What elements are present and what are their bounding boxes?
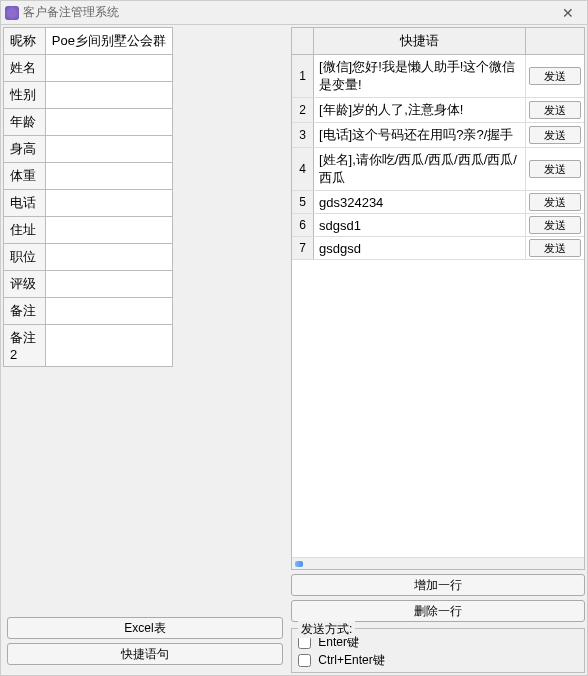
quick-row: 6sdgsd1发送	[292, 214, 584, 237]
form-row: 身高	[4, 136, 173, 163]
right-panel: 快捷语 1[微信]您好!我是懒人助手!这个微信是变量!发送2[年龄]岁的人了,注…	[289, 25, 587, 675]
titlebar: 客户备注管理系统 ✕	[1, 1, 587, 25]
window-title: 客户备注管理系统	[23, 4, 553, 21]
quick-row-text[interactable]: [年龄]岁的人了,注意身体!	[314, 98, 526, 122]
form-label: 性别	[4, 82, 46, 109]
quick-table-body: 1[微信]您好!我是懒人助手!这个微信是变量!发送2[年龄]岁的人了,注意身体!…	[292, 55, 584, 557]
ctrl-enter-checkbox[interactable]	[298, 654, 311, 667]
form-value[interactable]	[45, 325, 172, 367]
form-label: 评级	[4, 271, 46, 298]
quick-row: 1[微信]您好!我是懒人助手!这个微信是变量!发送	[292, 55, 584, 98]
send-button[interactable]: 发送	[529, 193, 581, 211]
customer-form-table: 昵称Poe乡间别墅公会群姓名性别年龄身高体重电话住址职位评级备注备注2	[3, 27, 173, 367]
form-value[interactable]	[45, 190, 172, 217]
quick-row-button-cell: 发送	[526, 237, 584, 259]
quick-row-text[interactable]: [姓名],请你吃/西瓜/西瓜/西瓜/西瓜/西瓜	[314, 148, 526, 190]
delete-row-button[interactable]: 删除一行	[291, 600, 585, 622]
quick-phrase-button[interactable]: 快捷语句	[7, 643, 283, 665]
quick-row-button-cell: 发送	[526, 191, 584, 213]
excel-button[interactable]: Excel表	[7, 617, 283, 639]
form-label: 备注2	[4, 325, 46, 367]
quick-row: 3[电话]这个号码还在用吗?亲?/握手发送	[292, 123, 584, 148]
quick-row: 2[年龄]岁的人了,注意身体!发送	[292, 98, 584, 123]
quick-phrase-table: 快捷语 1[微信]您好!我是懒人助手!这个微信是变量!发送2[年龄]岁的人了,注…	[291, 27, 585, 570]
send-button[interactable]: 发送	[529, 101, 581, 119]
left-panel: 昵称Poe乡间别墅公会群姓名性别年龄身高体重电话住址职位评级备注备注2 Exce…	[1, 25, 289, 675]
send-button[interactable]: 发送	[529, 239, 581, 257]
app-icon	[5, 6, 19, 20]
form-value[interactable]	[45, 298, 172, 325]
ctrl-enter-key-option[interactable]: Ctrl+Enter键	[298, 652, 578, 669]
quick-header-label: 快捷语	[314, 28, 526, 54]
add-row-button[interactable]: 增加一行	[291, 574, 585, 596]
left-bottom-buttons: Excel表 快捷语句	[3, 613, 287, 673]
form-label: 昵称	[4, 28, 46, 55]
form-label: 身高	[4, 136, 46, 163]
form-row: 住址	[4, 217, 173, 244]
quick-row-number: 7	[292, 237, 314, 259]
form-label: 住址	[4, 217, 46, 244]
close-icon[interactable]: ✕	[553, 5, 583, 21]
quick-row: 4[姓名],请你吃/西瓜/西瓜/西瓜/西瓜/西瓜发送	[292, 148, 584, 191]
form-label: 电话	[4, 190, 46, 217]
form-value[interactable]	[45, 163, 172, 190]
quick-row-button-cell: 发送	[526, 214, 584, 236]
form-value[interactable]	[45, 217, 172, 244]
form-label: 年龄	[4, 109, 46, 136]
quick-row-text[interactable]: sdgsd1	[314, 214, 526, 236]
quick-row-button-cell: 发送	[526, 148, 584, 190]
quick-row-text[interactable]: gds324234	[314, 191, 526, 213]
form-label: 姓名	[4, 55, 46, 82]
form-value[interactable]	[45, 136, 172, 163]
form-row: 电话	[4, 190, 173, 217]
quick-row-number: 1	[292, 55, 314, 97]
send-button[interactable]: 发送	[529, 126, 581, 144]
quick-row-number: 2	[292, 98, 314, 122]
form-value[interactable]	[45, 109, 172, 136]
content: 昵称Poe乡间别墅公会群姓名性别年龄身高体重电话住址职位评级备注备注2 Exce…	[1, 25, 587, 675]
send-button[interactable]: 发送	[529, 160, 581, 178]
form-row: 姓名	[4, 55, 173, 82]
form-row: 体重	[4, 163, 173, 190]
enter-checkbox[interactable]	[298, 636, 311, 649]
quick-row: 7gsdgsd发送	[292, 237, 584, 260]
form-row: 备注2	[4, 325, 173, 367]
form-row: 备注	[4, 298, 173, 325]
form-value[interactable]: Poe乡间别墅公会群	[45, 28, 172, 55]
quick-row-text[interactable]: [微信]您好!我是懒人助手!这个微信是变量!	[314, 55, 526, 97]
form-value[interactable]	[45, 55, 172, 82]
form-row: 评级	[4, 271, 173, 298]
quick-row-number: 3	[292, 123, 314, 147]
quick-table-header: 快捷语	[292, 28, 584, 55]
form-row: 性别	[4, 82, 173, 109]
form-row: 昵称Poe乡间别墅公会群	[4, 28, 173, 55]
form-label: 备注	[4, 298, 46, 325]
send-mode-title: 发送方式:	[298, 621, 355, 638]
form-value[interactable]	[45, 82, 172, 109]
form-row: 年龄	[4, 109, 173, 136]
quick-row-text[interactable]: gsdgsd	[314, 237, 526, 259]
quick-row-number: 4	[292, 148, 314, 190]
form-value[interactable]	[45, 271, 172, 298]
form-label: 体重	[4, 163, 46, 190]
send-button[interactable]: 发送	[529, 216, 581, 234]
form-label: 职位	[4, 244, 46, 271]
main-window: 客户备注管理系统 ✕ 昵称Poe乡间别墅公会群姓名性别年龄身高体重电话住址职位评…	[0, 0, 588, 676]
form-row: 职位	[4, 244, 173, 271]
quick-row-button-cell: 发送	[526, 123, 584, 147]
quick-row-number: 5	[292, 191, 314, 213]
send-button[interactable]: 发送	[529, 67, 581, 85]
quick-row-button-cell: 发送	[526, 98, 584, 122]
quick-row-button-cell: 发送	[526, 55, 584, 97]
quick-row-number: 6	[292, 214, 314, 236]
form-value[interactable]	[45, 244, 172, 271]
quick-row: 5gds324234发送	[292, 191, 584, 214]
send-mode-group: 发送方式: Enter键 Ctrl+Enter键	[291, 628, 585, 673]
quick-row-text[interactable]: [电话]这个号码还在用吗?亲?/握手	[314, 123, 526, 147]
horizontal-scrollbar[interactable]	[292, 557, 584, 569]
row-buttons: 增加一行 删除一行	[291, 570, 585, 622]
